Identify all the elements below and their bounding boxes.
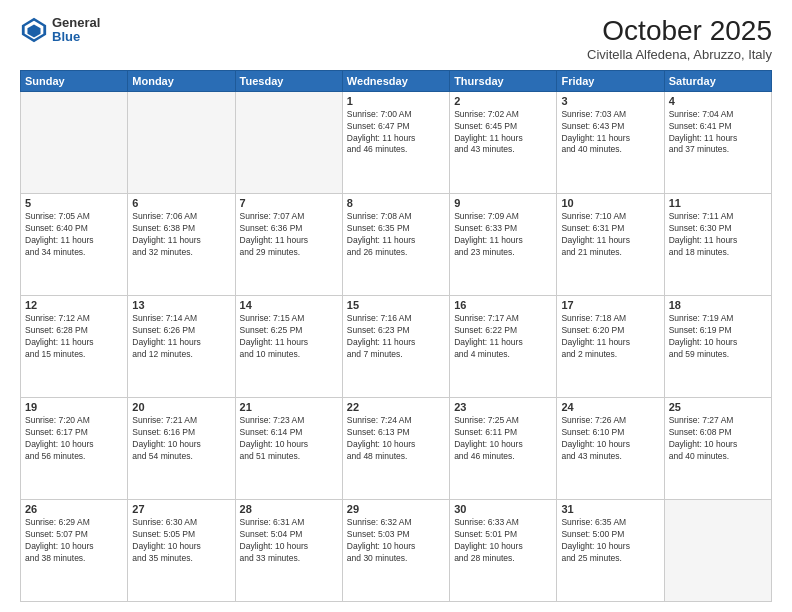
day-number: 15	[347, 299, 445, 311]
calendar-cell: 23Sunrise: 7:25 AMSunset: 6:11 PMDayligh…	[450, 397, 557, 499]
day-number: 10	[561, 197, 659, 209]
calendar-cell: 27Sunrise: 6:30 AMSunset: 5:05 PMDayligh…	[128, 499, 235, 601]
day-info: Sunrise: 7:10 AMSunset: 6:31 PMDaylight:…	[561, 211, 659, 259]
calendar-cell: 14Sunrise: 7:15 AMSunset: 6:25 PMDayligh…	[235, 295, 342, 397]
header: General Blue October 2025 Civitella Alfe…	[20, 16, 772, 62]
day-number: 26	[25, 503, 123, 515]
day-info: Sunrise: 7:00 AMSunset: 6:47 PMDaylight:…	[347, 109, 445, 157]
day-info: Sunrise: 7:25 AMSunset: 6:11 PMDaylight:…	[454, 415, 552, 463]
day-info: Sunrise: 6:31 AMSunset: 5:04 PMDaylight:…	[240, 517, 338, 565]
day-info: Sunrise: 7:08 AMSunset: 6:35 PMDaylight:…	[347, 211, 445, 259]
day-info: Sunrise: 6:30 AMSunset: 5:05 PMDaylight:…	[132, 517, 230, 565]
calendar-cell: 15Sunrise: 7:16 AMSunset: 6:23 PMDayligh…	[342, 295, 449, 397]
calendar-body: 1Sunrise: 7:00 AMSunset: 6:47 PMDaylight…	[21, 91, 772, 601]
week-row-1: 5Sunrise: 7:05 AMSunset: 6:40 PMDaylight…	[21, 193, 772, 295]
day-info: Sunrise: 7:12 AMSunset: 6:28 PMDaylight:…	[25, 313, 123, 361]
day-info: Sunrise: 7:26 AMSunset: 6:10 PMDaylight:…	[561, 415, 659, 463]
day-number: 12	[25, 299, 123, 311]
day-number: 16	[454, 299, 552, 311]
day-number: 25	[669, 401, 767, 413]
calendar-cell: 8Sunrise: 7:08 AMSunset: 6:35 PMDaylight…	[342, 193, 449, 295]
day-info: Sunrise: 7:17 AMSunset: 6:22 PMDaylight:…	[454, 313, 552, 361]
title-block: October 2025 Civitella Alfedena, Abruzzo…	[587, 16, 772, 62]
day-info: Sunrise: 7:06 AMSunset: 6:38 PMDaylight:…	[132, 211, 230, 259]
day-info: Sunrise: 7:21 AMSunset: 6:16 PMDaylight:…	[132, 415, 230, 463]
day-number: 9	[454, 197, 552, 209]
col-tuesday: Tuesday	[235, 70, 342, 91]
day-info: Sunrise: 7:20 AMSunset: 6:17 PMDaylight:…	[25, 415, 123, 463]
calendar-cell: 1Sunrise: 7:00 AMSunset: 6:47 PMDaylight…	[342, 91, 449, 193]
calendar-cell: 20Sunrise: 7:21 AMSunset: 6:16 PMDayligh…	[128, 397, 235, 499]
day-number: 3	[561, 95, 659, 107]
day-info: Sunrise: 7:04 AMSunset: 6:41 PMDaylight:…	[669, 109, 767, 157]
day-number: 19	[25, 401, 123, 413]
day-info: Sunrise: 7:16 AMSunset: 6:23 PMDaylight:…	[347, 313, 445, 361]
days-of-week-row: Sunday Monday Tuesday Wednesday Thursday…	[21, 70, 772, 91]
week-row-3: 19Sunrise: 7:20 AMSunset: 6:17 PMDayligh…	[21, 397, 772, 499]
col-saturday: Saturday	[664, 70, 771, 91]
calendar-cell: 13Sunrise: 7:14 AMSunset: 6:26 PMDayligh…	[128, 295, 235, 397]
day-info: Sunrise: 7:05 AMSunset: 6:40 PMDaylight:…	[25, 211, 123, 259]
calendar-cell: 10Sunrise: 7:10 AMSunset: 6:31 PMDayligh…	[557, 193, 664, 295]
day-number: 13	[132, 299, 230, 311]
calendar-cell: 7Sunrise: 7:07 AMSunset: 6:36 PMDaylight…	[235, 193, 342, 295]
day-number: 29	[347, 503, 445, 515]
day-number: 23	[454, 401, 552, 413]
day-number: 31	[561, 503, 659, 515]
page: General Blue October 2025 Civitella Alfe…	[0, 0, 792, 612]
day-info: Sunrise: 6:29 AMSunset: 5:07 PMDaylight:…	[25, 517, 123, 565]
calendar-cell: 31Sunrise: 6:35 AMSunset: 5:00 PMDayligh…	[557, 499, 664, 601]
col-monday: Monday	[128, 70, 235, 91]
col-wednesday: Wednesday	[342, 70, 449, 91]
day-info: Sunrise: 7:19 AMSunset: 6:19 PMDaylight:…	[669, 313, 767, 361]
day-info: Sunrise: 7:27 AMSunset: 6:08 PMDaylight:…	[669, 415, 767, 463]
logo-icon	[20, 16, 48, 44]
calendar-cell: 29Sunrise: 6:32 AMSunset: 5:03 PMDayligh…	[342, 499, 449, 601]
logo-blue: Blue	[52, 30, 100, 44]
day-info: Sunrise: 7:02 AMSunset: 6:45 PMDaylight:…	[454, 109, 552, 157]
day-number: 1	[347, 95, 445, 107]
calendar-cell: 9Sunrise: 7:09 AMSunset: 6:33 PMDaylight…	[450, 193, 557, 295]
day-number: 24	[561, 401, 659, 413]
calendar-cell	[235, 91, 342, 193]
day-number: 22	[347, 401, 445, 413]
day-number: 8	[347, 197, 445, 209]
day-number: 11	[669, 197, 767, 209]
calendar-cell: 2Sunrise: 7:02 AMSunset: 6:45 PMDaylight…	[450, 91, 557, 193]
week-row-0: 1Sunrise: 7:00 AMSunset: 6:47 PMDaylight…	[21, 91, 772, 193]
day-number: 2	[454, 95, 552, 107]
calendar-cell: 25Sunrise: 7:27 AMSunset: 6:08 PMDayligh…	[664, 397, 771, 499]
logo: General Blue	[20, 16, 100, 45]
week-row-2: 12Sunrise: 7:12 AMSunset: 6:28 PMDayligh…	[21, 295, 772, 397]
calendar-cell	[664, 499, 771, 601]
day-number: 5	[25, 197, 123, 209]
day-info: Sunrise: 7:15 AMSunset: 6:25 PMDaylight:…	[240, 313, 338, 361]
col-sunday: Sunday	[21, 70, 128, 91]
calendar-cell: 26Sunrise: 6:29 AMSunset: 5:07 PMDayligh…	[21, 499, 128, 601]
day-info: Sunrise: 7:11 AMSunset: 6:30 PMDaylight:…	[669, 211, 767, 259]
calendar-cell: 5Sunrise: 7:05 AMSunset: 6:40 PMDaylight…	[21, 193, 128, 295]
calendar-cell: 11Sunrise: 7:11 AMSunset: 6:30 PMDayligh…	[664, 193, 771, 295]
calendar-cell: 3Sunrise: 7:03 AMSunset: 6:43 PMDaylight…	[557, 91, 664, 193]
day-number: 28	[240, 503, 338, 515]
calendar-cell: 17Sunrise: 7:18 AMSunset: 6:20 PMDayligh…	[557, 295, 664, 397]
day-info: Sunrise: 6:35 AMSunset: 5:00 PMDaylight:…	[561, 517, 659, 565]
col-friday: Friday	[557, 70, 664, 91]
calendar-cell: 6Sunrise: 7:06 AMSunset: 6:38 PMDaylight…	[128, 193, 235, 295]
day-number: 30	[454, 503, 552, 515]
calendar: Sunday Monday Tuesday Wednesday Thursday…	[20, 70, 772, 602]
day-number: 21	[240, 401, 338, 413]
day-number: 7	[240, 197, 338, 209]
calendar-cell	[128, 91, 235, 193]
col-thursday: Thursday	[450, 70, 557, 91]
calendar-cell	[21, 91, 128, 193]
day-info: Sunrise: 7:18 AMSunset: 6:20 PMDaylight:…	[561, 313, 659, 361]
calendar-cell: 16Sunrise: 7:17 AMSunset: 6:22 PMDayligh…	[450, 295, 557, 397]
calendar-cell: 19Sunrise: 7:20 AMSunset: 6:17 PMDayligh…	[21, 397, 128, 499]
calendar-cell: 4Sunrise: 7:04 AMSunset: 6:41 PMDaylight…	[664, 91, 771, 193]
week-row-4: 26Sunrise: 6:29 AMSunset: 5:07 PMDayligh…	[21, 499, 772, 601]
day-info: Sunrise: 7:07 AMSunset: 6:36 PMDaylight:…	[240, 211, 338, 259]
day-number: 20	[132, 401, 230, 413]
logo-general: General	[52, 16, 100, 30]
day-info: Sunrise: 7:03 AMSunset: 6:43 PMDaylight:…	[561, 109, 659, 157]
